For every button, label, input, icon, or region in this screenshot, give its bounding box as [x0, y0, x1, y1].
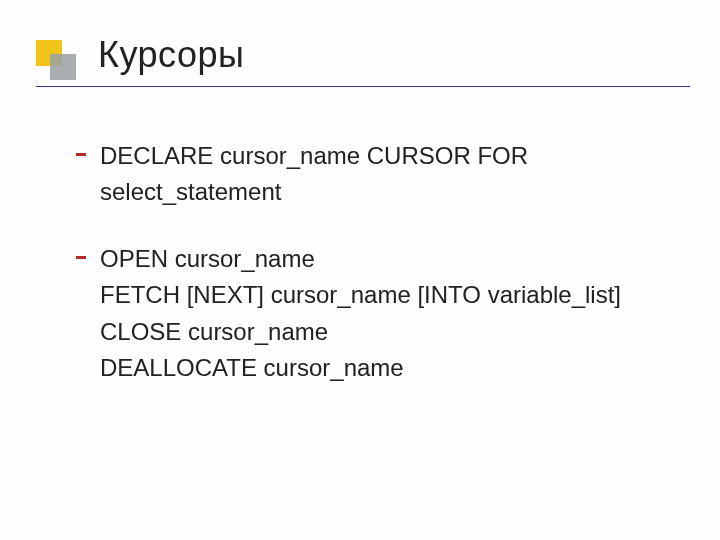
code-line: DECLARE cursor_name CURSOR FOR	[100, 140, 680, 172]
code-line: FETCH [NEXT] cursor_name [INTO variable_…	[100, 279, 680, 311]
code-line: CLOSE cursor_name	[100, 316, 680, 348]
code-line: DEALLOCATE cursor_name	[100, 352, 680, 384]
slide-title: Курсоры	[98, 34, 690, 76]
body-block-1: OPEN cursor_name FETCH [NEXT] cursor_nam…	[100, 243, 680, 385]
title-underline	[36, 86, 690, 87]
title-bullet-icon	[36, 40, 74, 78]
bullet-dash-icon	[76, 153, 86, 156]
slide-title-block: Курсоры	[36, 34, 690, 95]
body-block-0: DECLARE cursor_name CURSOR FOR select_st…	[100, 140, 680, 209]
slide: Курсоры DECLARE cursor_name CURSOR FOR s…	[0, 0, 720, 540]
slide-body: DECLARE cursor_name CURSOR FOR select_st…	[100, 140, 680, 388]
code-line: OPEN cursor_name	[100, 243, 680, 275]
code-line: select_statement	[100, 176, 680, 208]
bullet-dash-icon	[76, 256, 86, 259]
